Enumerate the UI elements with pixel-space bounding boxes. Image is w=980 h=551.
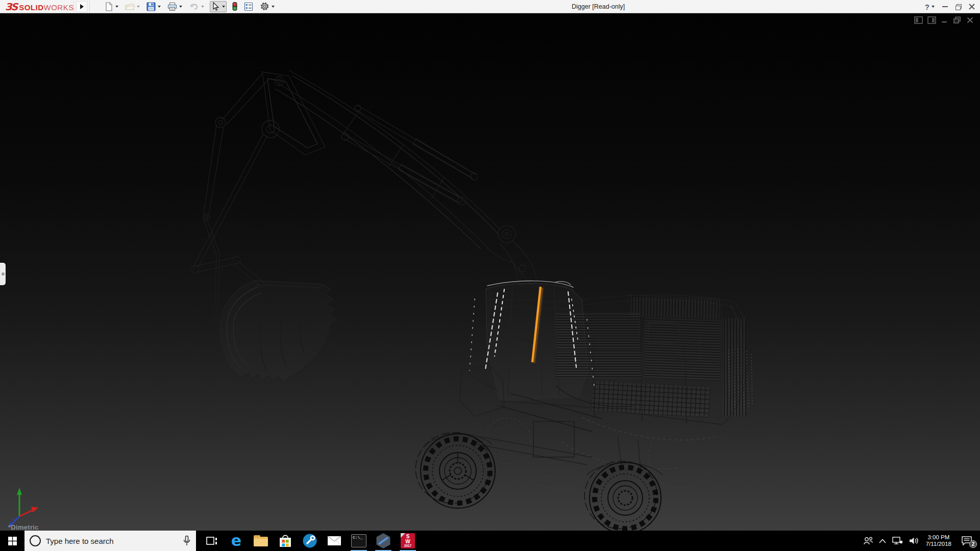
clock[interactable]: 3:00 PM 7/11/2018 bbox=[922, 531, 955, 551]
clock-time: 3:00 PM bbox=[926, 534, 951, 541]
windows-logo-icon bbox=[8, 537, 17, 545]
document-window-controls bbox=[914, 16, 974, 24]
new-dropdown-caret[interactable] bbox=[115, 6, 118, 8]
orientation-triad bbox=[8, 488, 38, 528]
hexagon-app-icon bbox=[376, 533, 391, 548]
action-center-button[interactable]: 2 bbox=[955, 531, 978, 551]
solidworks-logo-mark: ЗS bbox=[5, 1, 17, 12]
quick-access-toolbar bbox=[103, 1, 280, 12]
solidworks-logo: ЗSSOLIDWORKS bbox=[0, 1, 71, 12]
file-properties-icon bbox=[244, 2, 253, 11]
taskbar-apps: e bbox=[200, 531, 420, 551]
task-view-icon bbox=[206, 535, 218, 546]
save-button[interactable] bbox=[145, 1, 162, 12]
titlebar: ЗSSOLIDWORKS bbox=[0, 0, 980, 13]
help-dropdown-caret[interactable] bbox=[932, 6, 935, 8]
restore-button[interactable] bbox=[955, 4, 961, 9]
search-placeholder: Type here to search bbox=[46, 537, 178, 545]
help-button[interactable]: ? bbox=[925, 3, 935, 11]
new-document-button[interactable] bbox=[103, 1, 119, 12]
tray-overflow-button[interactable] bbox=[876, 531, 889, 551]
clock-date: 7/11/2018 bbox=[926, 541, 951, 547]
mail-button[interactable] bbox=[322, 531, 347, 551]
support-tool-button[interactable] bbox=[298, 531, 322, 551]
new-document-icon bbox=[104, 2, 113, 11]
cortana-icon[interactable] bbox=[30, 535, 41, 546]
boom-wireframe[interactable] bbox=[191, 70, 516, 324]
doc-close-icon[interactable] bbox=[966, 16, 974, 24]
file-explorer-button[interactable] bbox=[249, 531, 273, 551]
solidworks-2017-icon: S W 2017 bbox=[401, 533, 415, 548]
doc-pane-icon[interactable] bbox=[914, 16, 923, 24]
help-icon: ? bbox=[925, 3, 929, 11]
search-input[interactable]: Type here to search bbox=[24, 531, 196, 551]
flyout-arrow-icon bbox=[80, 4, 84, 9]
network-button[interactable] bbox=[889, 531, 905, 551]
close-button[interactable] bbox=[969, 4, 975, 10]
save-floppy-icon bbox=[146, 2, 156, 11]
options-dropdown-caret[interactable] bbox=[272, 6, 275, 8]
view-orientation-label: *Dimetric bbox=[8, 523, 39, 531]
undo-dropdown-caret[interactable] bbox=[201, 6, 204, 8]
edge-button[interactable]: e bbox=[224, 531, 249, 551]
store-button[interactable] bbox=[273, 531, 298, 551]
window-controls: ? bbox=[925, 0, 975, 13]
options-gear-icon bbox=[260, 2, 270, 11]
separator bbox=[74, 1, 74, 12]
open-button[interactable] bbox=[124, 1, 141, 12]
volume-button[interactable] bbox=[905, 531, 922, 551]
system-tray: 3:00 PM 7/11/2018 2 bbox=[861, 531, 980, 551]
graphics-viewport[interactable]: *Dimetric bbox=[0, 13, 980, 531]
open-dropdown-caret[interactable] bbox=[137, 6, 140, 8]
separator bbox=[89, 1, 90, 12]
file-explorer-icon bbox=[254, 535, 268, 546]
command-prompt-button[interactable]: C:\_ bbox=[347, 531, 371, 551]
print-dropdown-caret[interactable] bbox=[179, 6, 182, 8]
undo-icon bbox=[189, 2, 199, 11]
file-properties-button[interactable] bbox=[244, 2, 253, 11]
window-title: Digger [Read-only] bbox=[572, 0, 625, 13]
select-dropdown-caret[interactable] bbox=[222, 6, 225, 8]
select-button[interactable] bbox=[210, 1, 227, 12]
desktop: ЗSSOLIDWORKS bbox=[0, 0, 980, 551]
save-dropdown-caret[interactable] bbox=[158, 6, 161, 8]
tree-tab-handle-icon bbox=[2, 272, 5, 276]
notification-badge: 2 bbox=[969, 540, 977, 548]
people-button[interactable] bbox=[861, 531, 876, 551]
doc-restore-icon[interactable] bbox=[953, 16, 962, 24]
open-folder-icon bbox=[125, 2, 135, 11]
rebuild-button[interactable] bbox=[231, 2, 238, 11]
people-icon bbox=[863, 536, 873, 545]
menu-flyout-button[interactable] bbox=[76, 1, 87, 12]
feature-tree-collapsed-tab[interactable] bbox=[0, 263, 6, 285]
store-icon bbox=[279, 534, 292, 548]
minimize-button[interactable] bbox=[942, 6, 948, 7]
bucket-wireframe[interactable] bbox=[220, 281, 336, 382]
network-icon bbox=[892, 536, 903, 545]
utility-app-button[interactable] bbox=[371, 531, 396, 551]
solidworks-2017-button[interactable]: S W 2017 bbox=[396, 531, 420, 551]
model-canvas[interactable] bbox=[0, 13, 980, 531]
print-icon bbox=[167, 2, 177, 11]
wrench-circle-icon bbox=[302, 533, 317, 548]
start-button[interactable] bbox=[0, 531, 24, 551]
chevron-up-icon bbox=[879, 539, 886, 543]
doc-pane2-icon[interactable] bbox=[927, 16, 936, 24]
microphone-icon[interactable] bbox=[183, 535, 191, 546]
doc-minimize-icon[interactable] bbox=[941, 16, 948, 24]
options-button[interactable] bbox=[259, 1, 276, 12]
speaker-icon bbox=[909, 536, 919, 545]
wheels-wireframe[interactable] bbox=[408, 424, 664, 531]
rebuild-trafficlight-icon bbox=[231, 2, 238, 11]
select-cursor-icon bbox=[211, 2, 220, 11]
body-wireframe[interactable] bbox=[424, 295, 748, 475]
undo-button[interactable] bbox=[188, 1, 205, 12]
windows-taskbar: Type here to search e bbox=[0, 531, 980, 551]
edge-icon: e bbox=[231, 533, 241, 548]
command-prompt-icon: C:\_ bbox=[351, 534, 366, 547]
mail-icon bbox=[327, 536, 341, 546]
print-button[interactable] bbox=[166, 1, 183, 12]
task-view-button[interactable] bbox=[200, 531, 224, 551]
front-right-wheel[interactable] bbox=[578, 455, 663, 531]
